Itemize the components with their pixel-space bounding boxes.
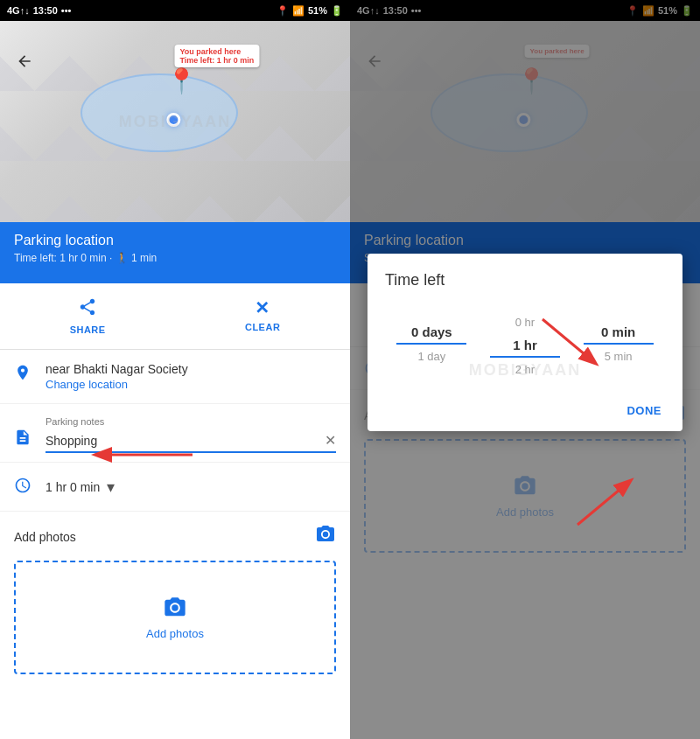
location-icon: 📍: [276, 5, 289, 17]
camera-icon-left[interactable]: [315, 524, 336, 550]
photos-placeholder-text-left: Add photos: [146, 627, 204, 640]
pin-tooltip: You parked here Time left: 1 hr 0 min: [175, 45, 260, 67]
share-icon: [78, 297, 97, 321]
parking-header-left: Parking location Time left: 1 hr 0 min ·…: [0, 222, 350, 283]
notes-clear-button[interactable]: ✕: [325, 432, 336, 449]
share-button[interactable]: SHARE: [70, 297, 106, 335]
days-selected: 0 days: [396, 321, 466, 345]
photos-title-left: Add photos: [14, 530, 76, 544]
battery-icon: 🔋: [331, 5, 343, 17]
status-time: 13:50: [33, 5, 58, 16]
time-row: 1 hr 0 min ▾: [0, 463, 350, 512]
back-button-left[interactable]: [10, 47, 38, 75]
right-panel: 4G↑↓ 13:50 ••• 📍 📶 51% 🔋 You parked here…: [350, 0, 700, 739]
wifi-icon: 📶: [292, 5, 304, 17]
dialog-actions: DONE: [385, 388, 665, 431]
header-title-left: Parking location: [14, 233, 336, 248]
time-left-dialog: Time left 0 days 1 day 0 hr 1 hr 2 hr 0 …: [368, 254, 682, 431]
map-area-left: You parked here Time left: 1 hr 0 min 📍 …: [0, 21, 350, 222]
change-location-link[interactable]: Change location: [46, 378, 336, 391]
hours-picker[interactable]: 0 hr 1 hr 2 hr: [490, 310, 560, 381]
map-dot: [166, 113, 180, 127]
hr-above: 0 hr: [515, 310, 535, 334]
hr-below: 2 hr: [515, 358, 535, 381]
days-picker[interactable]: 0 days 1 day: [396, 310, 466, 381]
notes-input-wrap: Parking notes ✕: [46, 416, 336, 453]
location-row: near Bhakti Nagar Society Change locatio…: [0, 350, 350, 404]
photos-section-left: Add photos Add photos: [0, 512, 350, 687]
notes-icon: [14, 429, 32, 450]
minutes-picker[interactable]: 0 min 5 min: [584, 310, 654, 381]
map-oval: [80, 73, 238, 152]
action-row: SHARE ✕ CLEAR: [0, 283, 350, 350]
photos-placeholder-left[interactable]: Add photos: [14, 561, 336, 674]
pin-icon: 📍: [166, 69, 197, 94]
time-value: 1 hr 0 min: [46, 480, 100, 494]
dialog-title: Time left: [385, 271, 665, 289]
notes-input[interactable]: [46, 432, 336, 453]
status-bar-left: 4G↑↓ 13:50 ••• 📍 📶 51% 🔋: [0, 0, 350, 21]
share-label: SHARE: [70, 324, 106, 335]
dialog-pickers: 0 days 1 day 0 hr 1 hr 2 hr 0 min 5 min: [385, 303, 665, 388]
time-dropdown-icon[interactable]: ▾: [107, 478, 115, 497]
notes-row: Parking notes ✕: [0, 404, 350, 463]
header-subtitle-left: Time left: 1 hr 0 min · 🚶 1 min: [14, 252, 336, 264]
status-left: 4G↑↓ 13:50 •••: [7, 5, 71, 16]
min-below: 5 min: [605, 345, 633, 368]
photos-header-left: Add photos: [14, 524, 336, 550]
battery-text: 51%: [308, 5, 327, 16]
hr-selected: 1 hr: [490, 334, 560, 358]
time-selector: 1 hr 0 min ▾: [46, 478, 336, 497]
clear-button[interactable]: ✕ CLEAR: [245, 297, 280, 335]
map-pin: You parked here Time left: 1 hr 0 min 📍: [166, 69, 197, 94]
days-below: 1 day: [417, 345, 445, 368]
clear-icon: ✕: [255, 297, 270, 318]
min-selected: 0 min: [584, 321, 654, 345]
signal-icon: 4G↑↓: [7, 5, 30, 16]
location-text: near Bhakti Nagar Society Change locatio…: [46, 362, 336, 391]
content-area-left: SHARE ✕ CLEAR near Bhakti Nagar Society …: [0, 283, 350, 739]
done-button[interactable]: DONE: [623, 397, 665, 424]
left-panel: 4G↑↓ 13:50 ••• 📍 📶 51% 🔋 You parked here…: [0, 0, 350, 739]
notes-label: Parking notes: [46, 416, 336, 427]
location-icon-row: [14, 364, 32, 386]
time-icon: [14, 477, 32, 498]
status-right: 📍 📶 51% 🔋: [276, 5, 343, 17]
clear-label: CLEAR: [245, 322, 280, 332]
location-name: near Bhakti Nagar Society: [46, 362, 336, 376]
dots-icon: •••: [61, 5, 72, 16]
